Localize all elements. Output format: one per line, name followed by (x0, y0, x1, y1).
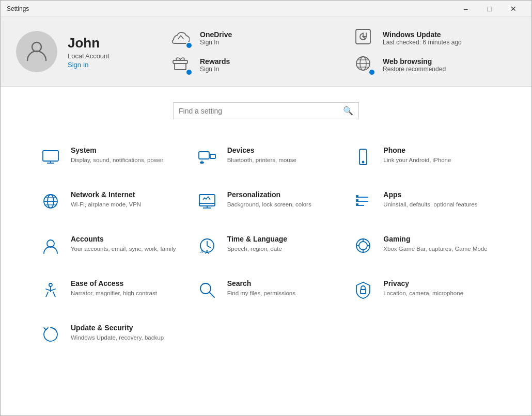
web-browsing-name: Web browsing (383, 57, 446, 66)
settings-item-update-security[interactable]: Update & Security Windows Update, recove… (32, 312, 188, 357)
svg-point-45 (49, 283, 52, 286)
ease-of-access-icon (40, 279, 61, 301)
svg-rect-3 (175, 63, 186, 70)
settings-item-phone[interactable]: Phone Link your Android, iPhone (344, 135, 500, 179)
gaming-icon (352, 235, 374, 257)
update-security-icon (40, 324, 61, 345)
system-desc: Display, sound, notifications, power (71, 156, 163, 164)
close-button[interactable]: ✕ (502, 1, 525, 17)
phone-icon (352, 146, 374, 168)
user-account-type: Local Account (68, 52, 109, 60)
settings-item-gaming[interactable]: Gaming Xbox Game Bar, captures, Game Mod… (344, 223, 500, 268)
personalization-icon (196, 190, 218, 212)
update-security-title: Update & Security (71, 324, 164, 332)
rewards-sub: Sign In (200, 66, 230, 73)
search-box: 🔍 (173, 102, 359, 119)
search-button[interactable]: 🔍 (343, 106, 353, 116)
settings-item-network[interactable]: Network & Internet Wi-Fi, airplane mode,… (32, 179, 188, 223)
svg-rect-31 (356, 200, 358, 201)
rewards-icon-wrap (171, 54, 193, 76)
windows-update-icon-wrap (354, 27, 375, 49)
rewards-name: Rewards (200, 57, 230, 66)
onedrive-status-dot (185, 42, 193, 49)
phone-title: Phone (383, 146, 451, 154)
search-text: Search Find my files, permissions (227, 279, 295, 297)
settings-item-accounts[interactable]: Accounts Your accounts, email, sync, wor… (32, 223, 188, 268)
gaming-text: Gaming Xbox Game Bar, captures, Game Mod… (383, 235, 487, 253)
network-text: Network & Internet Wi-Fi, airplane mode,… (71, 190, 141, 209)
service-windows-update[interactable]: Windows Update Last checked: 6 minutes a… (354, 27, 516, 49)
settings-item-time-language[interactable]: A A Time & Language Speech, region, date (188, 223, 345, 268)
svg-line-48 (210, 293, 214, 297)
title-bar-controls: – □ ✕ (454, 1, 525, 17)
svg-rect-32 (356, 204, 358, 205)
svg-point-33 (47, 240, 54, 247)
gaming-title: Gaming (383, 235, 487, 243)
web-browsing-text: Web browsing Restore recommended (383, 57, 446, 73)
accounts-icon (40, 235, 61, 257)
accounts-desc: Your accounts, email, sync, work, family (71, 245, 176, 253)
svg-line-36 (207, 246, 211, 248)
time-language-icon: A A (196, 235, 218, 257)
apps-icon (352, 190, 374, 212)
web-browsing-icon-wrap (354, 54, 375, 76)
devices-title: Devices (227, 146, 296, 154)
service-onedrive[interactable]: OneDrive Sign In (171, 27, 333, 49)
ease-of-access-desc: Narrator, magnifier, high contrast (71, 289, 157, 297)
settings-item-devices[interactable]: Devices Bluetooth, printers, mouse (188, 135, 345, 179)
service-rewards[interactable]: Rewards Sign In (171, 54, 333, 76)
svg-point-17 (363, 162, 364, 163)
settings-item-ease-of-access[interactable]: Ease of Access Narrator, magnifier, high… (32, 268, 188, 312)
svg-point-47 (200, 283, 211, 294)
svg-rect-9 (43, 151, 58, 161)
apps-desc: Uninstall, defaults, optional features (383, 200, 477, 209)
svg-point-40 (359, 242, 367, 250)
network-desc: Wi-Fi, airplane mode, VPN (71, 200, 141, 209)
network-title: Network & Internet (71, 190, 141, 199)
search-title: Search (227, 279, 295, 287)
ease-of-access-text: Ease of Access Narrator, magnifier, high… (71, 279, 157, 297)
rewards-status-dot (185, 69, 193, 76)
web-browsing-status-dot (368, 69, 375, 76)
svg-text:A: A (205, 249, 209, 255)
maximize-button[interactable]: □ (478, 1, 502, 17)
user-info: John Local Account Sign In (68, 35, 109, 69)
system-text: System Display, sound, notifications, po… (71, 146, 163, 164)
time-language-desc: Speech, region, date (227, 245, 287, 253)
onedrive-icon-wrap (171, 27, 193, 49)
privacy-desc: Location, camera, microphone (383, 289, 463, 297)
svg-rect-13 (210, 154, 215, 158)
settings-item-privacy[interactable]: Privacy Location, camera, microphone (344, 268, 500, 312)
accounts-title: Accounts (71, 235, 176, 243)
svg-rect-2 (173, 60, 187, 63)
search-icon (196, 279, 218, 301)
onedrive-sub: Sign In (200, 39, 232, 46)
user-section: John Local Account Sign In (16, 31, 150, 72)
settings-item-system[interactable]: System Display, sound, notifications, po… (32, 135, 188, 179)
network-icon (40, 190, 61, 212)
search-input[interactable] (179, 107, 343, 115)
time-language-title: Time & Language (227, 235, 287, 243)
settings-item-apps[interactable]: Apps Uninstall, defaults, optional featu… (344, 179, 500, 223)
header-panel: John Local Account Sign In OneDrive Sign… (1, 17, 531, 87)
update-security-text: Update & Security Windows Update, recove… (71, 324, 164, 342)
svg-rect-30 (356, 196, 358, 197)
devices-desc: Bluetooth, printers, mouse (227, 156, 296, 164)
settings-item-personalization[interactable]: Personalization Background, lock screen,… (188, 179, 345, 223)
user-signin-link[interactable]: Sign In (68, 61, 109, 69)
minimize-button[interactable]: – (454, 1, 478, 17)
web-browsing-sub: Restore recommended (383, 66, 446, 73)
accounts-text: Accounts Your accounts, email, sync, wor… (71, 235, 176, 253)
personalization-title: Personalization (227, 190, 311, 199)
windows-update-text: Windows Update Last checked: 6 minutes a… (383, 30, 462, 46)
service-web-browsing[interactable]: Web browsing Restore recommended (354, 54, 516, 76)
header-services: OneDrive Sign In Windows Update Last che… (171, 27, 516, 76)
devices-icon (196, 146, 218, 168)
settings-grid: System Display, sound, notifications, po… (1, 130, 531, 362)
svg-rect-15 (200, 162, 204, 163)
settings-item-search[interactable]: Search Find my files, permissions (188, 268, 345, 312)
phone-desc: Link your Android, iPhone (383, 156, 451, 164)
user-name: John (68, 35, 109, 51)
personalization-text: Personalization Background, lock screen,… (227, 190, 311, 209)
svg-text:A: A (200, 249, 204, 254)
